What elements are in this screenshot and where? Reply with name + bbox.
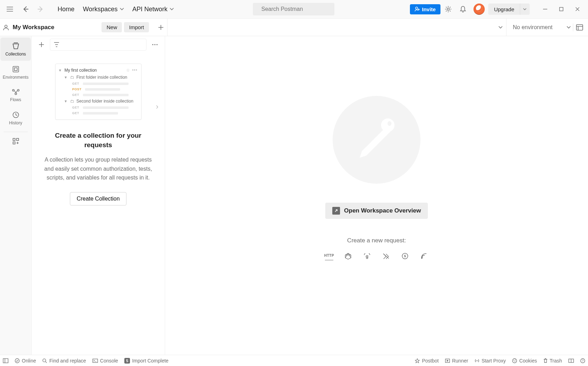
sidebar-more[interactable] bbox=[149, 39, 161, 51]
window-minimize[interactable] bbox=[537, 2, 553, 16]
invite-button[interactable]: Invite bbox=[410, 4, 440, 14]
cookie-icon bbox=[512, 358, 517, 363]
nav-workspaces-label: Workspaces bbox=[83, 6, 118, 13]
more-icon bbox=[152, 44, 158, 45]
filter-input[interactable] bbox=[50, 39, 146, 51]
new-grpc-request[interactable]: g bbox=[363, 252, 371, 260]
workspace-title[interactable]: My Workspace bbox=[3, 24, 54, 31]
sb-trash[interactable]: Trash bbox=[543, 358, 562, 364]
invite-label: Invite bbox=[422, 6, 436, 12]
sb-cookies[interactable]: Cookies bbox=[512, 358, 537, 364]
search-input[interactable] bbox=[261, 6, 332, 12]
sb-start-proxy[interactable]: Start Proxy bbox=[475, 358, 506, 364]
hamburger-menu[interactable] bbox=[3, 2, 17, 16]
notifications-button[interactable] bbox=[456, 2, 470, 16]
nav-home[interactable]: Home bbox=[54, 4, 78, 15]
import-button[interactable]: Import bbox=[124, 22, 149, 32]
sidebar-item-configure[interactable] bbox=[0, 134, 31, 148]
environment-select[interactable]: No environment bbox=[513, 24, 553, 31]
upgrade-dropdown[interactable] bbox=[520, 4, 530, 15]
open-icon bbox=[332, 207, 340, 215]
new-button[interactable]: New bbox=[102, 22, 122, 32]
settings-button[interactable] bbox=[441, 2, 455, 16]
open-workspace-overview-button[interactable]: Open Workspace Overview bbox=[325, 203, 428, 219]
upgrade-button[interactable]: Upgrade bbox=[488, 4, 530, 15]
nav-workspaces[interactable]: Workspaces bbox=[79, 4, 128, 15]
new-socketio-request[interactable] bbox=[401, 252, 409, 260]
chevron-down-icon bbox=[120, 8, 124, 11]
nav-api-network[interactable]: API Network bbox=[129, 4, 177, 15]
sb-runner[interactable]: Runner bbox=[445, 358, 468, 364]
nav-back-button[interactable] bbox=[18, 2, 32, 16]
new-mqtt-request[interactable] bbox=[420, 252, 428, 260]
svg-rect-5 bbox=[576, 25, 583, 30]
sidebar-item-environments[interactable]: Environments bbox=[0, 61, 31, 84]
svg-point-31 bbox=[515, 360, 516, 360]
rail-label: Flows bbox=[10, 97, 21, 102]
avatar[interactable] bbox=[473, 4, 485, 15]
sb-panel-toggle[interactable] bbox=[3, 358, 8, 363]
new-tab-button[interactable] bbox=[155, 21, 167, 34]
svg-text:?: ? bbox=[582, 359, 583, 362]
nav-api-network-label: API Network bbox=[132, 6, 168, 13]
svg-point-9 bbox=[17, 90, 19, 91]
panel-icon bbox=[3, 358, 8, 363]
bell-icon bbox=[460, 6, 466, 13]
empty-state-desc: A collection lets you group related requ… bbox=[39, 155, 158, 182]
plus-icon bbox=[39, 42, 44, 47]
trash-icon bbox=[543, 358, 548, 363]
sidebar-item-collections[interactable]: Collections bbox=[0, 38, 31, 61]
window-maximize[interactable] bbox=[554, 2, 569, 16]
svg-text:g: g bbox=[366, 254, 368, 259]
create-collection-plus[interactable] bbox=[35, 39, 48, 51]
flows-icon bbox=[12, 89, 20, 95]
chevron-down-icon bbox=[523, 8, 527, 10]
mqtt-icon bbox=[420, 253, 427, 260]
sb-find-replace[interactable]: Find and replace bbox=[42, 358, 86, 364]
empty-state-illustration: ▾ My first collection ☆ ••• ▾ 🗀 First fo… bbox=[55, 64, 142, 120]
person-icon bbox=[3, 24, 9, 31]
svg-rect-3 bbox=[560, 7, 563, 11]
sb-online[interactable]: Online bbox=[15, 358, 36, 364]
sidebar-item-flows[interactable]: Flows bbox=[0, 84, 31, 106]
proxy-icon bbox=[475, 358, 479, 363]
help-icon: ? bbox=[580, 358, 585, 363]
svg-rect-7 bbox=[14, 68, 17, 71]
grid-add-icon bbox=[12, 138, 19, 145]
empty-state-title: Create a collection for your requests bbox=[55, 131, 141, 150]
nav-forward-button[interactable] bbox=[34, 2, 48, 16]
filter-icon bbox=[54, 42, 59, 47]
arrow-left-icon bbox=[22, 6, 28, 12]
new-websocket-request[interactable] bbox=[382, 252, 390, 260]
invite-icon bbox=[415, 7, 420, 12]
sb-postbot[interactable]: Postbot bbox=[415, 358, 438, 364]
postman-logo-icon bbox=[348, 112, 405, 168]
sidebar-item-history[interactable]: History bbox=[0, 106, 31, 130]
create-collection-button[interactable]: Create Collection bbox=[70, 192, 126, 205]
svg-point-1 bbox=[416, 7, 418, 9]
environment-quicklook[interactable] bbox=[573, 20, 586, 34]
tabs-dropdown[interactable] bbox=[495, 20, 506, 34]
graphql-icon bbox=[345, 253, 352, 260]
svg-point-29 bbox=[512, 359, 517, 363]
sb-import-status[interactable]: 5 Import Complete bbox=[124, 358, 168, 364]
sb-console[interactable]: Console bbox=[92, 358, 118, 364]
svg-rect-14 bbox=[13, 142, 15, 144]
window-close[interactable] bbox=[570, 2, 585, 16]
environments-icon bbox=[12, 66, 19, 73]
import-badge: 5 bbox=[124, 358, 130, 364]
workspace-title-label: My Workspace bbox=[13, 24, 54, 31]
svg-point-28 bbox=[476, 360, 477, 361]
svg-rect-12 bbox=[13, 138, 15, 140]
sb-help[interactable]: ? bbox=[580, 358, 585, 363]
socketio-icon bbox=[401, 253, 409, 260]
search-icon bbox=[42, 358, 47, 363]
rail-label: History bbox=[9, 120, 22, 125]
two-pane-icon bbox=[568, 359, 574, 363]
new-graphql-request[interactable] bbox=[344, 252, 352, 260]
new-http-request[interactable]: HTTP bbox=[325, 252, 333, 260]
search-box[interactable] bbox=[253, 3, 334, 15]
chevron-down-icon bbox=[498, 26, 503, 29]
illus-next-icon: › bbox=[156, 102, 158, 111]
sb-two-pane[interactable] bbox=[568, 359, 574, 363]
